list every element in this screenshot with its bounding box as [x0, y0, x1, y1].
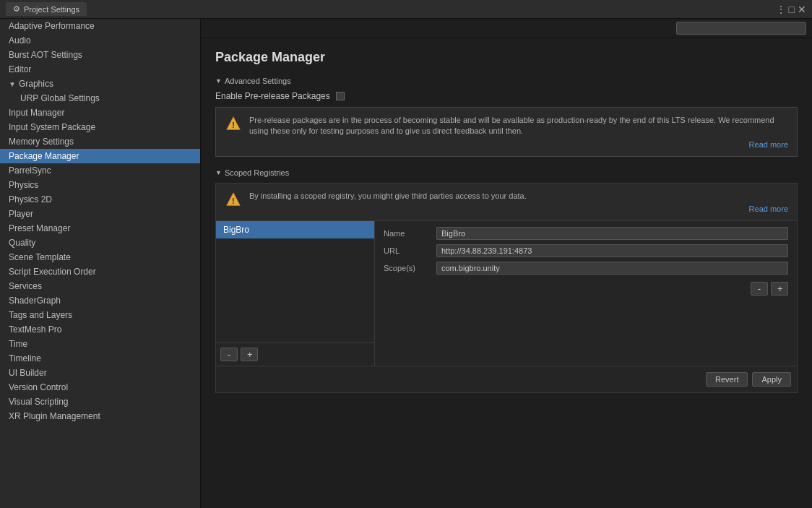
scopes-label: Scope(s) — [384, 264, 431, 272]
title-bar: ⚙ Project Settings ⋮ □ ✕ — [0, 0, 812, 19]
name-row: Name BigBro — [384, 227, 788, 240]
sidebar-item-label-urp-global-settings: URP Global Settings — [20, 93, 100, 103]
scoped-registries-panel: ! By installing a scoped registry, you m… — [215, 183, 798, 393]
page-title: Package Manager — [215, 50, 798, 65]
registry-list-buttons: - + — [216, 343, 374, 366]
prerelease-warning-text: Pre-release packages are in the process … — [249, 115, 788, 137]
sidebar-item-preset-manager[interactable]: Preset Manager — [0, 221, 200, 236]
scoped-warning-text: By installing a scoped registry, you mig… — [249, 191, 788, 202]
sidebar-item-visual-scripting[interactable]: Visual Scripting — [0, 395, 200, 409]
enable-prerelease-row: Enable Pre-release Packages — [215, 91, 798, 101]
sidebar-item-label-parrel-sync: ParrelSync — [9, 165, 51, 176]
sidebar-item-label-time: Time — [9, 339, 27, 349]
sidebar-item-package-manager[interactable]: Package Manager — [0, 149, 200, 163]
detail-buttons-row: - + — [384, 282, 788, 296]
sidebar-item-time[interactable]: Time — [0, 337, 200, 351]
url-label: URL — [384, 246, 431, 255]
sidebar-item-audio[interactable]: Audio — [0, 33, 200, 48]
sidebar-item-shader-graph[interactable]: ShaderGraph — [0, 293, 200, 308]
sidebar-item-player[interactable]: Player — [0, 207, 200, 221]
menu-icon[interactable]: ⋮ — [776, 4, 786, 15]
maximize-icon[interactable]: □ — [789, 4, 795, 15]
sidebar-item-label-package-manager: Package Manager — [9, 151, 79, 161]
scoped-registries-section: ▼ Scoped Registries ! By installi — [215, 168, 798, 393]
sidebar-item-label-tags-and-layers: Tags and Layers — [9, 310, 72, 320]
enable-prerelease-label: Enable Pre-release Packages — [215, 91, 330, 101]
registry-item[interactable]: BigBro — [216, 221, 374, 238]
add-scope-button[interactable]: + — [771, 282, 788, 296]
sidebar-item-editor[interactable]: Editor — [0, 62, 200, 77]
section-arrow-down: ▼ — [215, 77, 222, 85]
sidebar-item-label-quality: Quality — [9, 238, 35, 248]
settings-icon: ⚙ — [13, 4, 20, 14]
sidebar-item-parrel-sync[interactable]: ParrelSync — [0, 163, 200, 178]
apply-button[interactable]: Apply — [752, 372, 791, 387]
sidebar-item-input-manager[interactable]: Input Manager — [0, 106, 200, 120]
sidebar-item-label-physics-2d: Physics 2D — [9, 194, 52, 205]
scopes-value[interactable]: com.bigbro.unity — [436, 262, 788, 275]
remove-scope-button[interactable]: - — [751, 282, 768, 296]
sidebar-item-label-xr-plugin-management: XR Plugin Management — [9, 411, 100, 421]
sidebar-item-memory-settings[interactable]: Memory Settings — [0, 134, 200, 149]
action-buttons: Revert Apply — [216, 366, 797, 392]
sidebar-item-adaptive-performance[interactable]: Adaptive Performance — [0, 19, 200, 33]
url-row: URL http://34.88.239.191:4873 — [384, 244, 788, 257]
scoped-warning-icon: ! — [225, 191, 242, 208]
scoped-body: BigBro - + Name Big — [216, 221, 797, 366]
sidebar-item-quality[interactable]: Quality — [0, 236, 200, 250]
pm-content: Package Manager ▼ Advanced Settings Enab… — [201, 38, 812, 508]
sidebar-item-ui-builder[interactable]: UI Builder — [0, 366, 200, 380]
enable-prerelease-checkbox[interactable] — [336, 92, 345, 100]
scoped-read-more[interactable]: Read more — [249, 205, 788, 213]
scoped-registries-label: Scoped Registries — [225, 168, 289, 177]
search-input[interactable] — [676, 22, 806, 35]
prerelease-warning-box: ! Pre-release packages are in the proces… — [215, 107, 798, 157]
sidebar-item-script-execution-order[interactable]: Script Execution Order — [0, 264, 200, 279]
sidebar-item-physics[interactable]: Physics — [0, 178, 200, 192]
sidebar-item-label-input-manager: Input Manager — [9, 108, 64, 118]
url-value[interactable]: http://34.88.239.191:4873 — [436, 244, 788, 257]
sidebar-item-label-player: Player — [9, 209, 33, 219]
sidebar-item-label-editor: Editor — [9, 64, 31, 74]
sidebar-item-graphics[interactable]: ▼Graphics — [0, 77, 200, 91]
sidebar-item-label-version-control: Version Control — [9, 382, 68, 392]
sidebar-item-scene-template[interactable]: Scene Template — [0, 250, 200, 264]
sidebar-item-label-adaptive-performance: Adaptive Performance — [9, 21, 95, 31]
scoped-registries-header: ▼ Scoped Registries — [215, 168, 798, 177]
svg-text:!: ! — [232, 121, 234, 129]
sidebar-item-services[interactable]: Services — [0, 279, 200, 293]
sidebar-item-label-input-system-package: Input System Package — [9, 122, 95, 132]
sidebar-item-label-textmesh-pro: TextMesh Pro — [9, 324, 61, 335]
tab-label: Project Settings — [24, 5, 79, 14]
sidebar-item-xr-plugin-management[interactable]: XR Plugin Management — [0, 409, 200, 423]
sidebar-item-textmesh-pro[interactable]: TextMesh Pro — [0, 322, 200, 337]
title-bar-left: ⚙ Project Settings — [6, 2, 87, 16]
registry-list: BigBro — [216, 221, 374, 343]
scoped-arrow-down: ▼ — [215, 169, 222, 176]
top-bar — [201, 19, 812, 38]
title-bar-controls: ⋮ □ ✕ — [776, 4, 806, 15]
sidebar-item-label-preset-manager: Preset Manager — [9, 223, 70, 233]
sidebar-item-physics-2d[interactable]: Physics 2D — [0, 192, 200, 207]
revert-button[interactable]: Revert — [706, 372, 748, 387]
advanced-settings-header: ▼ Advanced Settings — [215, 77, 798, 85]
sidebar-item-version-control[interactable]: Version Control — [0, 380, 200, 395]
sidebar-item-input-system-package[interactable]: Input System Package — [0, 120, 200, 134]
add-registry-button[interactable]: + — [241, 348, 258, 361]
sidebar-item-label-audio: Audio — [9, 35, 31, 46]
prerelease-read-more[interactable]: Read more — [249, 140, 788, 149]
sidebar: Adaptive PerformanceAudioBurst AOT Setti… — [0, 19, 201, 508]
sidebar-item-timeline[interactable]: Timeline — [0, 351, 200, 366]
svg-text:!: ! — [232, 197, 234, 205]
sidebar-item-burst-aot-settings[interactable]: Burst AOT Settings — [0, 48, 200, 62]
name-label: Name — [384, 229, 431, 238]
remove-registry-button[interactable]: - — [220, 348, 238, 361]
sidebar-item-label-burst-aot-settings: Burst AOT Settings — [9, 50, 82, 60]
title-bar-tab[interactable]: ⚙ Project Settings — [6, 2, 87, 16]
close-icon[interactable]: ✕ — [798, 4, 806, 15]
sidebar-item-urp-global-settings[interactable]: URP Global Settings — [0, 91, 200, 106]
warning-icon: ! — [225, 115, 242, 132]
sidebar-item-tags-and-layers[interactable]: Tags and Layers — [0, 308, 200, 322]
sidebar-item-label-services: Services — [9, 281, 42, 291]
name-value[interactable]: BigBro — [436, 227, 788, 240]
